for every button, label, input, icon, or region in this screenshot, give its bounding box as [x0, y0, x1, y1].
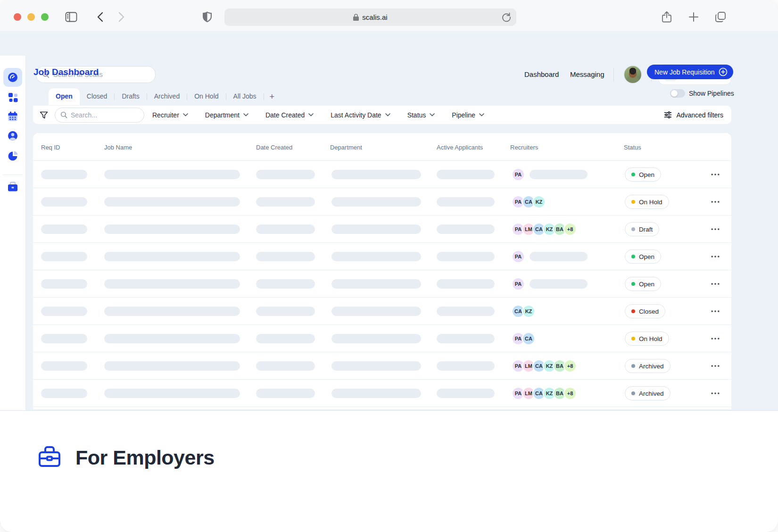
recruiter-avatar: PA	[512, 168, 525, 181]
sidebar-item-dashboard[interactable]	[3, 68, 22, 87]
filter-recruiter[interactable]: Recruiter	[152, 111, 188, 119]
show-pipelines-toggle[interactable]	[670, 89, 685, 98]
new-tab-icon[interactable]	[687, 10, 700, 24]
skeleton	[41, 307, 87, 316]
recruiter-chips: PA	[512, 250, 588, 263]
funnel-icon[interactable]	[40, 111, 48, 119]
sidebar-toggle-icon[interactable]	[65, 10, 78, 24]
tab-all-jobs[interactable]: All Jobs	[226, 88, 264, 105]
chevron-down-icon	[183, 113, 188, 116]
sidebar-item-candidates[interactable]	[3, 126, 22, 145]
ellipsis-icon	[711, 337, 720, 340]
row-menu-button[interactable]	[711, 283, 725, 285]
table-search-input[interactable]	[71, 111, 139, 119]
table-row[interactable]: PALMCAKZBA+8 Archived	[33, 352, 731, 380]
new-job-requisition-button[interactable]: New Job Requisition	[647, 65, 733, 79]
chevron-down-icon	[479, 113, 484, 116]
table-row[interactable]: PACAKZ On Hold	[33, 188, 731, 216]
header-divider	[613, 68, 614, 81]
nav-messaging[interactable]: Messaging	[570, 70, 604, 78]
ellipsis-icon	[711, 255, 720, 258]
tab-closed[interactable]: Closed	[80, 88, 115, 105]
skeleton	[256, 389, 315, 398]
filter-department[interactable]: Department	[205, 111, 248, 119]
forward-icon[interactable]	[115, 10, 128, 24]
filter-date-created[interactable]: Date Created	[265, 111, 314, 119]
add-tab-button[interactable]: +	[264, 92, 281, 102]
row-menu-button[interactable]	[711, 392, 725, 394]
lock-icon	[353, 14, 359, 21]
url-bar[interactable]: scalis.ai	[224, 8, 516, 26]
skeleton	[41, 334, 87, 343]
skeleton	[331, 279, 421, 289]
tab-on-hold[interactable]: On Hold	[187, 88, 225, 105]
ellipsis-icon	[711, 283, 720, 285]
skeleton	[331, 224, 421, 234]
skeleton	[437, 197, 495, 207]
sidebar-item-reports[interactable]	[3, 146, 22, 165]
skeleton	[331, 361, 421, 371]
row-menu-button[interactable]	[711, 255, 725, 258]
sidebar-item-company[interactable]	[3, 177, 22, 196]
status-badge-label: Open	[639, 253, 654, 260]
row-menu-button[interactable]	[711, 337, 725, 340]
skeleton	[41, 389, 87, 398]
back-icon[interactable]	[93, 10, 107, 24]
sliders-icon	[664, 111, 672, 119]
chevron-down-icon	[385, 113, 390, 116]
table-row[interactable]: PACA On Hold	[33, 325, 731, 352]
minimize-window-button[interactable]	[27, 13, 35, 21]
shield-icon[interactable]	[200, 10, 214, 24]
status-badge: Open	[625, 249, 661, 264]
status-dot	[631, 337, 635, 341]
column-recruiters: Recruiters	[510, 144, 538, 151]
ellipsis-icon	[711, 310, 720, 312]
skeleton	[437, 170, 495, 179]
row-menu-button[interactable]	[711, 228, 725, 230]
row-menu-button[interactable]	[711, 200, 725, 203]
sidebar-item-jobs[interactable]	[3, 88, 22, 107]
tab-archived[interactable]: Archived	[147, 88, 187, 105]
skeleton	[437, 389, 495, 398]
table-row[interactable]: PALMCAKZBA+8 Draft	[33, 216, 731, 243]
skeleton	[530, 252, 588, 261]
table-row[interactable]: PA Open	[33, 161, 731, 188]
gauge-icon	[7, 72, 18, 83]
recruiter-chips: PACAKZ	[512, 195, 546, 208]
nav-dashboard[interactable]: Dashboard	[524, 70, 559, 78]
filter-last-activity-date[interactable]: Last Activity Date	[331, 111, 390, 119]
row-menu-button[interactable]	[711, 365, 725, 367]
table-row[interactable]: PALMCAKZBA+8 Archived	[33, 380, 731, 407]
zoom-window-button[interactable]	[41, 13, 49, 21]
user-avatar[interactable]	[623, 65, 642, 84]
skeleton	[256, 334, 315, 343]
skeleton	[104, 334, 240, 343]
tab-drafts[interactable]: Drafts	[115, 88, 146, 105]
recruiter-chips: PALMCAKZBA+8	[512, 387, 577, 400]
status-badge-label: Open	[639, 171, 654, 178]
status-dot	[631, 282, 635, 286]
skeleton	[437, 224, 495, 234]
filter-status[interactable]: Status	[407, 111, 435, 119]
table-row[interactable]: PA Open	[33, 243, 731, 270]
tab-overview-icon[interactable]	[714, 10, 727, 24]
table-row[interactable]: PA Open	[33, 270, 731, 298]
ellipsis-icon	[711, 173, 720, 175]
share-icon[interactable]	[660, 10, 673, 24]
tab-open[interactable]: Open	[49, 88, 80, 105]
column-department: Department	[330, 144, 362, 151]
column-req-id: Req ID	[41, 144, 60, 151]
chevron-down-icon	[308, 113, 314, 116]
row-menu-button[interactable]	[711, 310, 725, 312]
advanced-filters-label: Advanced filters	[676, 111, 723, 119]
close-window-button[interactable]	[14, 13, 21, 21]
row-menu-button[interactable]	[711, 173, 725, 175]
advanced-filters-button[interactable]: Advanced filters	[664, 111, 723, 119]
skeleton	[331, 307, 421, 316]
table-search[interactable]	[55, 108, 144, 123]
table-row[interactable]: CAKZ Closed	[33, 298, 731, 325]
reload-icon[interactable]	[500, 11, 513, 23]
sidebar-item-calendar[interactable]	[3, 107, 22, 126]
filter-pipeline[interactable]: Pipeline	[452, 111, 484, 119]
skeleton	[437, 279, 495, 289]
